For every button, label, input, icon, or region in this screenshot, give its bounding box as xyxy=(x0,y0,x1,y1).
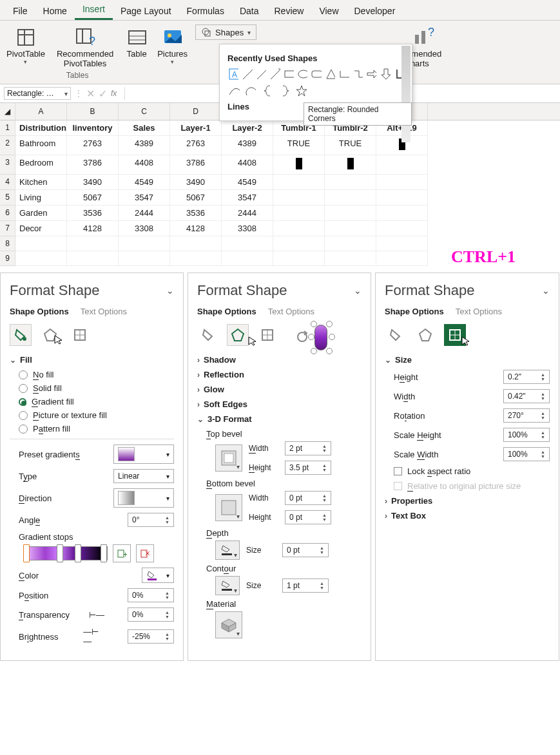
shape-arc[interactable] xyxy=(244,84,258,98)
cell[interactable]: Iinventory xyxy=(67,120,119,136)
gallery-scrollbar[interactable] xyxy=(401,46,410,142)
col-A[interactable]: A xyxy=(15,103,67,120)
collapse-icon[interactable]: ⌄ xyxy=(542,285,550,296)
cell[interactable]: Kitchen xyxy=(15,175,67,190)
tb-height-spin[interactable]: 3.5 pt▲▼ xyxy=(285,461,331,475)
cell[interactable] xyxy=(119,251,170,266)
cell[interactable]: Layer-1 xyxy=(170,120,222,136)
cell[interactable]: 3547 xyxy=(119,190,170,205)
contour-color-picker[interactable] xyxy=(215,576,240,595)
cell[interactable]: Layer-2 xyxy=(222,120,273,136)
cell[interactable] xyxy=(325,251,376,266)
rotation-spin[interactable]: 270°▲▼ xyxy=(503,408,550,423)
tb-width-spin[interactable]: 2 pt▲▼ xyxy=(285,441,331,455)
scale-height-spin[interactable]: 100%▲▼ xyxy=(503,428,550,442)
fx-icon[interactable]: fx xyxy=(111,89,117,98)
cell[interactable]: 3308 xyxy=(222,221,273,236)
no-fill-radio[interactable]: No fill xyxy=(19,370,174,379)
cell[interactable]: 4408 xyxy=(222,155,273,175)
cell[interactable]: 4549 xyxy=(222,175,273,190)
shape-line-arrow[interactable] xyxy=(269,67,280,81)
depth-color-picker[interactable] xyxy=(215,540,240,560)
shape-line2[interactable] xyxy=(255,67,266,81)
shape-brace-l[interactable] xyxy=(261,84,275,98)
row-header[interactable]: 7 xyxy=(0,221,15,236)
row-header[interactable]: 6 xyxy=(0,205,15,221)
tab-view[interactable]: View xyxy=(311,2,346,20)
cell[interactable] xyxy=(67,236,119,251)
cell[interactable]: TRUE xyxy=(273,136,325,155)
tab-data[interactable]: Data xyxy=(232,2,267,20)
cell[interactable]: 3490 xyxy=(170,175,222,190)
tab-pagelayout[interactable]: Page Layout xyxy=(113,2,179,20)
shape-oval[interactable] xyxy=(296,67,307,81)
cell[interactable]: Sales xyxy=(119,120,170,136)
cell[interactable] xyxy=(376,251,428,266)
tab-formulas[interactable]: Formulas xyxy=(179,2,232,20)
size-tab-icon[interactable] xyxy=(256,324,278,346)
properties-head[interactable]: ›Properties xyxy=(385,496,550,506)
cell[interactable] xyxy=(325,221,376,236)
collapse-icon[interactable]: ⌄ xyxy=(166,285,174,296)
fill-line-tab-icon[interactable] xyxy=(385,324,407,346)
cell[interactable] xyxy=(376,175,428,190)
cell[interactable] xyxy=(170,251,222,266)
enter-icon[interactable]: ✓ xyxy=(99,88,107,100)
cell[interactable]: 3786 xyxy=(170,155,222,175)
direction-combo[interactable]: ▾ xyxy=(113,488,174,508)
cell[interactable] xyxy=(273,236,325,251)
cell[interactable]: 2444 xyxy=(222,205,273,221)
color-combo[interactable]: ▾ xyxy=(142,568,174,583)
tab-review[interactable]: Review xyxy=(267,2,312,20)
cell[interactable] xyxy=(15,251,67,266)
shape-textbox[interactable]: A xyxy=(227,67,238,81)
cell[interactable] xyxy=(222,251,273,266)
cell[interactable]: 4408 xyxy=(119,155,170,175)
row-header[interactable]: 1 xyxy=(0,120,15,136)
shape-line[interactable] xyxy=(241,67,252,81)
cell[interactable] xyxy=(376,236,428,251)
picture-fill-radio[interactable]: Picture or texture fill xyxy=(19,410,174,420)
col-C[interactable]: C xyxy=(119,103,170,120)
cell[interactable] xyxy=(376,155,428,175)
bb-width-spin[interactable]: 0 pt▲▼ xyxy=(285,491,331,505)
remove-stop-button[interactable] xyxy=(136,544,154,562)
text-options-tab[interactable]: Text Options xyxy=(456,307,502,316)
softedges-head[interactable]: ›Soft Edges xyxy=(197,399,362,409)
shape-star[interactable] xyxy=(294,84,309,98)
position-spin[interactable]: 0%▲▼ xyxy=(128,588,174,602)
cell[interactable]: Bedroom xyxy=(15,155,67,175)
gradient-fill-radio[interactable]: Gradient fill xyxy=(19,397,174,406)
cell[interactable] xyxy=(222,236,273,251)
transparency-spin[interactable]: 0%▲▼ xyxy=(128,607,174,622)
effects-tab-icon[interactable] xyxy=(414,324,436,346)
type-combo[interactable]: Linear▾ xyxy=(113,469,174,483)
cell[interactable]: 3536 xyxy=(67,205,119,221)
cell[interactable]: 3547 xyxy=(222,190,273,205)
corner-cell[interactable]: ◢ xyxy=(0,103,15,120)
row-header[interactable]: 9 xyxy=(0,251,15,266)
row-header[interactable]: 2 xyxy=(0,136,15,155)
row-header[interactable]: 3 xyxy=(0,155,15,175)
material-picker[interactable] xyxy=(215,611,242,638)
shapes-dropdown[interactable]: Shapes ▾ xyxy=(195,24,256,40)
3dformat-head[interactable]: ⌄3-D Format xyxy=(197,414,362,424)
size-tab-icon[interactable] xyxy=(69,324,91,346)
cell[interactable]: 4128 xyxy=(170,221,222,236)
top-bevel-picker[interactable] xyxy=(215,444,242,472)
shape-triangle[interactable] xyxy=(324,67,335,81)
glow-head[interactable]: ›Glow xyxy=(197,385,362,394)
cell[interactable]: Distribution xyxy=(15,120,67,136)
shape-arrow-right[interactable] xyxy=(365,67,376,81)
cell[interactable] xyxy=(170,236,222,251)
effects-tab-icon[interactable] xyxy=(227,324,249,346)
cell[interactable] xyxy=(376,190,428,205)
cell[interactable]: 4389 xyxy=(119,136,170,155)
row-header[interactable]: 5 xyxy=(0,190,15,205)
cell[interactable]: 3308 xyxy=(119,221,170,236)
cell[interactable] xyxy=(67,251,119,266)
cell[interactable] xyxy=(119,236,170,251)
gradient-bar[interactable] xyxy=(24,546,108,560)
tab-file[interactable]: File xyxy=(5,2,35,20)
shape-rect[interactable] xyxy=(283,67,294,81)
